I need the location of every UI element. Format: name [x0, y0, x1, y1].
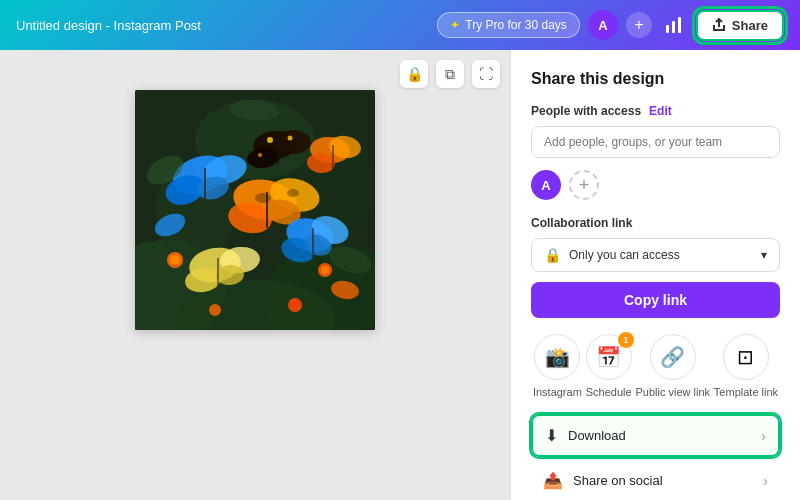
collab-link-dropdown[interactable]: 🔒 Only you can access ▾ [531, 238, 780, 272]
svg-point-25 [255, 193, 271, 203]
svg-rect-2 [678, 17, 681, 33]
share-icon-template-link[interactable]: ⊡ Template link [714, 334, 778, 398]
star-icon: ✦ [450, 18, 460, 32]
instagram-icon: 📸 [545, 345, 570, 369]
collaborators-row: A + [531, 170, 780, 200]
try-pro-label: Try Pro for 30 days [465, 18, 567, 32]
share-button-label: Share [732, 18, 768, 33]
svg-point-46 [288, 136, 293, 141]
copy-tool-icon[interactable]: ⧉ [436, 60, 464, 88]
share-icon-instagram[interactable]: 📸 Instagram [533, 334, 582, 398]
schedule-icon: 📅 [596, 345, 621, 369]
download-icon: ⬇ [545, 426, 558, 445]
svg-point-15 [288, 298, 302, 312]
expand-tool-icon[interactable]: ⛶ [472, 60, 500, 88]
share-button[interactable]: Share [696, 10, 784, 41]
header-left: Untitled design - Instagram Post [16, 18, 201, 33]
collab-link-value: Only you can access [569, 248, 680, 262]
template-link-label: Template link [714, 386, 778, 398]
copy-link-button[interactable]: Copy link [531, 282, 780, 318]
edit-link[interactable]: Edit [649, 104, 672, 118]
schedule-label: Schedule [586, 386, 632, 398]
lock-tool-icon[interactable]: 🔒 [400, 60, 428, 88]
main-content: 🔒 ⧉ ⛶ [0, 50, 800, 500]
document-title: Untitled design - Instagram Post [16, 18, 201, 33]
public-view-label: Public view link [635, 386, 710, 398]
svg-point-47 [258, 153, 262, 157]
public-view-icon: 🔗 [660, 345, 685, 369]
owner-avatar: A [531, 170, 561, 200]
share-icon-public-view[interactable]: 🔗 Public view link [635, 334, 710, 398]
share-on-social-icon: 📤 [543, 471, 563, 490]
template-link-icon: ⊡ [737, 345, 754, 369]
svg-point-26 [287, 189, 299, 197]
lock-icon: 🔒 [544, 247, 561, 263]
people-section-label: People with access Edit [531, 104, 780, 118]
share-icon-schedule[interactable]: 📅 1 Schedule [586, 334, 632, 398]
download-label: Download [568, 428, 626, 443]
add-account-button[interactable]: + [626, 12, 652, 38]
share-on-social-action-row[interactable]: 📤 Share on social › [531, 461, 780, 500]
analytics-button[interactable] [660, 11, 688, 39]
canvas-area: 🔒 ⧉ ⛶ [0, 50, 510, 500]
canvas-toolbar: 🔒 ⧉ ⛶ [400, 60, 500, 88]
svg-point-11 [170, 255, 180, 265]
download-action-row[interactable]: ⬇ Download › [531, 414, 780, 457]
try-pro-button[interactable]: ✦ Try Pro for 30 days [437, 12, 580, 38]
svg-rect-1 [672, 21, 675, 33]
share-on-social-label: Share on social [573, 473, 663, 488]
collab-link-label: Collaboration link [531, 216, 780, 230]
svg-rect-0 [666, 25, 669, 33]
share-panel: Share this design People with access Edi… [510, 50, 800, 500]
header-right: ✦ Try Pro for 30 days A + Share [437, 10, 784, 41]
schedule-badge: 1 [618, 332, 634, 348]
svg-point-13 [321, 266, 329, 274]
download-chevron-icon: › [761, 428, 766, 444]
share-on-social-chevron-icon: › [763, 473, 768, 489]
add-people-input[interactable] [531, 126, 780, 158]
svg-point-14 [209, 304, 221, 316]
chevron-down-icon: ▾ [761, 248, 767, 262]
app-header: Untitled design - Instagram Post ✦ Try P… [0, 0, 800, 50]
svg-point-44 [275, 130, 311, 154]
user-avatar[interactable]: A [588, 10, 618, 40]
design-canvas [135, 90, 375, 330]
svg-point-45 [267, 137, 273, 143]
instagram-label: Instagram [533, 386, 582, 398]
add-collaborator-button[interactable]: + [569, 170, 599, 200]
share-icons-row: 📸 Instagram 📅 1 Schedule 🔗 Public view l… [531, 334, 780, 398]
share-panel-title: Share this design [531, 70, 780, 88]
